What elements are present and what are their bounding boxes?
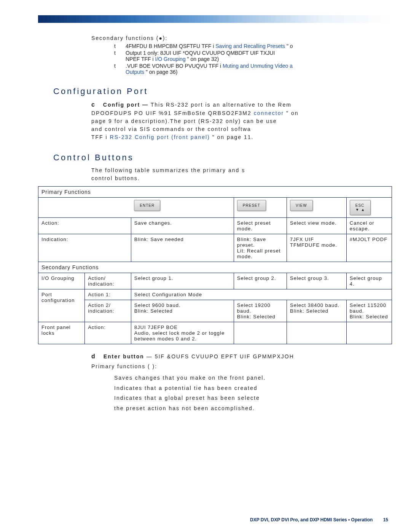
pf-line-3: Indicates that a global preset has been … (114, 393, 392, 403)
page-footer: DXP DVI, DXP DVI Pro, and DXP HDMI Serie… (250, 517, 388, 522)
functions-table: Primary Functions ENTER PRESET VIEW ESC▼… (38, 186, 392, 344)
io-grouping-sublabel: Action/ indication: (85, 273, 131, 289)
bullet-marker: t (114, 63, 126, 75)
port-config-action2-label: Action 2/ indication: (85, 300, 131, 322)
secondary-functions-label: Secondary functions (●): (91, 34, 392, 42)
action-preset: Select preset mode. (234, 218, 287, 234)
secondary-functions-header: Secondary Functions (38, 262, 392, 273)
callout-d: d (91, 353, 96, 359)
config-port-lead: Config port — (103, 102, 148, 108)
action-row-label: Action: (38, 218, 131, 234)
bullet-2-line2: NPEF TFF i (126, 56, 154, 62)
config-port-t3: " on (286, 110, 298, 116)
config-port-paragraph: c Config port — This RS-232 port is an a… (91, 100, 392, 141)
io-group-4: Select group 4. (346, 273, 392, 289)
pf-line-1: Saves changes that you make on the front… (114, 373, 392, 383)
config-port-t5: and control via SIS commands or the cont… (91, 126, 251, 132)
bullet-3-post: " on page 36) (146, 69, 178, 75)
baud-115200: Select 115200 baud. Blink: Selected (346, 300, 392, 322)
config-port-t7: " on page 11. (212, 134, 254, 140)
baud-19200: Select 19200 baud. Blink: Selected (234, 300, 287, 322)
preset-hw-button: PRESET (237, 200, 266, 211)
primary-functions-sublabel: Primary functions ( ): (91, 363, 392, 371)
link-saving-presets[interactable]: Saving and Recalling Presets (215, 43, 285, 49)
link-remote-connector[interactable]: connector (254, 110, 284, 116)
config-port-t1: This RS-232 port is an alternative to th… (151, 102, 292, 108)
io-grouping-label: I/O Grouping (38, 273, 85, 289)
section-heading-config-port: Configuration Port (53, 86, 392, 96)
view-hw-button: VIEW (290, 200, 313, 211)
action-view: Select view mode. (287, 218, 347, 234)
footer-page-number: 15 (383, 517, 388, 522)
front-panel-locks-sublabel: Action: (85, 322, 131, 344)
port-config-label: Port configuration (38, 289, 85, 322)
bullet-1-post: " o (287, 43, 293, 49)
enter-button-paragraph: d Enter button — 5IF &OUFS CVUUPO EPFT U… (91, 352, 392, 361)
enter-button-garble: — 5IF &OUFS CVUUPO EPFT UIF GPMMPXJOH (147, 353, 294, 359)
control-buttons-paragraph: The following table summarizes the prima… (91, 166, 392, 182)
pf-line-4: the preset action has not been accomplis… (114, 403, 392, 414)
bullet-2: t Output 1 only: 8JUI UIF *OQVU CVUUPO Q… (114, 50, 392, 62)
pf-line-2: Indicates that a potential tie has been … (114, 383, 392, 393)
callout-c: c (91, 101, 96, 108)
enter-button-lead: Enter button (104, 353, 144, 359)
esc-hw-button: ESC▼ ▲ (350, 200, 371, 215)
io-group-3: Select group 3. (287, 273, 347, 289)
action-enter: Save changes. (131, 218, 234, 234)
bullet-2-garbled: Output 1 only: 8JUI UIF *OQVU CVUUPO QMB… (126, 50, 275, 56)
bullet-1: t 4FMFDU B HMPCBM QSFTFU TFF i Saving an… (114, 43, 392, 49)
io-group-1: Select group 1. (131, 273, 234, 289)
front-panel-locks-value: 8JUI 7JEFP BOE Audio, select lock mode 2… (131, 322, 234, 344)
action-esc: Cancel or escape. (346, 218, 392, 234)
port-config-action1-label: Action 1: (85, 289, 131, 300)
indication-preset: Blink: Save preset. Lit: Recall preset m… (234, 234, 287, 262)
bullet-2-post: " on page 32) (187, 56, 219, 62)
config-port-t2: DPOOFDUPS PO UIF %91 SFmBoSte QRBSO2F3M2 (91, 110, 254, 116)
config-port-t4: page 9 for a description).The port (RS-2… (91, 118, 277, 124)
indication-enter: Blink: Save needed (131, 234, 234, 262)
bullet-1-garbled: 4FMFDU B HMPCBM QSFTFU TFF i (126, 43, 214, 49)
bullet-3: t .VUF BOE VONVUF BO PVUQVU TFF i Muting… (114, 63, 392, 75)
bullet-3-garbled: .VUF BOE VONVUF BO PVUQVU TFF i (126, 63, 221, 69)
header-gradient-bar (38, 15, 392, 23)
baud-38400: Select 38400 baud. Blink: Selected (287, 300, 347, 322)
footer-manual-title: DXP DVI, DXP DVI Pro, and DXP HDMI Serie… (250, 517, 373, 522)
indication-view: 7JFX UIF TFMFDUFE mode. (287, 234, 347, 262)
port-config-action1-value: Select Configuration Mode (131, 289, 392, 300)
front-panel-locks-label: Front panel locks (38, 322, 85, 344)
arrow-icons: ▼ ▲ (355, 208, 365, 212)
io-group-2: Select group 2. (234, 273, 287, 289)
enter-hw-button: ENTER (134, 200, 160, 211)
link-muting[interactable]: Muting and Unmuting Video a (223, 63, 293, 69)
controls-para-line2: control buttons. (91, 175, 140, 181)
config-port-t6: TFF i (91, 134, 108, 140)
indication-row-label: Indication: (38, 234, 131, 262)
primary-functions-header: Primary Functions (38, 187, 392, 198)
controls-para-line1: The following table summarizes the prima… (91, 167, 245, 173)
indication-esc: #MJOLT PODF (346, 234, 392, 262)
link-io-grouping[interactable]: I/O Grouping (155, 56, 186, 62)
link-rs232-config[interactable]: RS-232 Config port (front panel) (110, 134, 210, 140)
bullet-marker: t (114, 50, 126, 62)
section-heading-control-buttons: Control Buttons (53, 153, 392, 163)
link-outputs[interactable]: Outputs (126, 69, 144, 75)
bullet-marker: t (114, 43, 126, 49)
primary-functions-list: Saves changes that you make on the front… (114, 373, 392, 413)
baud-9600: Select 9600 baud. Blink: Selected (131, 300, 234, 322)
